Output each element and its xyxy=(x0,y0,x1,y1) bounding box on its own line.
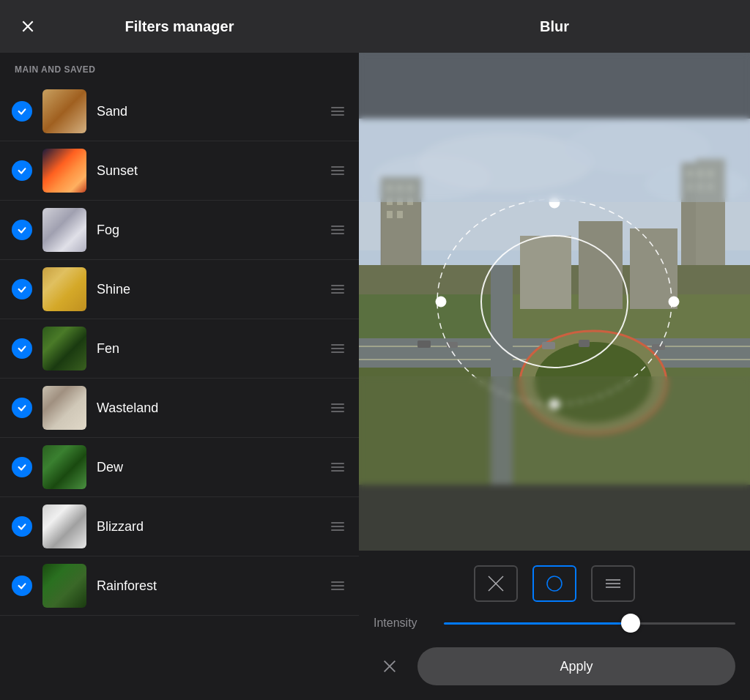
intensity-label: Intensity xyxy=(374,617,432,630)
filter-check-sand[interactable] xyxy=(12,101,32,122)
filter-item-blizzard[interactable]: Blizzard xyxy=(0,497,359,556)
filter-check-wasteland[interactable] xyxy=(12,398,32,418)
apply-button[interactable]: Apply xyxy=(417,647,735,685)
filter-item-shine[interactable]: Shine xyxy=(0,260,359,319)
filter-item-sand[interactable]: Sand xyxy=(0,82,359,141)
blur-type-radial-button[interactable] xyxy=(532,565,576,602)
filter-check-dew[interactable] xyxy=(12,457,32,477)
filter-name-wasteland: Wasteland xyxy=(97,401,328,416)
filters-manager-title: Filters manager xyxy=(125,18,234,35)
drag-handle-blizzard[interactable] xyxy=(328,519,347,534)
drag-handle-fog[interactable] xyxy=(328,223,347,237)
filter-check-fen[interactable] xyxy=(12,338,32,359)
blur-type-buttons xyxy=(374,565,735,602)
svg-rect-43 xyxy=(579,221,623,309)
blur-title: Blur xyxy=(540,18,569,35)
filter-thumb-shine xyxy=(42,267,86,311)
section-label: MAIN AND SAVED xyxy=(0,53,359,82)
intensity-slider[interactable] xyxy=(444,622,735,625)
right-controls: Intensity Apply xyxy=(359,551,750,700)
svg-rect-37 xyxy=(417,340,431,348)
drag-handle-sunset[interactable] xyxy=(328,163,347,178)
right-panel: Blur xyxy=(359,0,750,700)
drag-handle-wasteland[interactable] xyxy=(328,401,347,415)
svg-point-54 xyxy=(547,576,562,591)
filter-check-rainforest[interactable] xyxy=(12,576,32,596)
filter-name-sand: Sand xyxy=(97,104,328,119)
filter-check-fog[interactable] xyxy=(12,220,32,240)
blur-top-overlay xyxy=(359,53,750,202)
blur-type-linear-button[interactable] xyxy=(591,565,635,602)
filter-thumb-fog xyxy=(42,208,86,252)
svg-rect-41 xyxy=(652,344,665,350)
filter-name-blizzard: Blizzard xyxy=(97,519,328,535)
svg-rect-42 xyxy=(520,236,571,309)
filter-list: Sand Sunset xyxy=(0,82,359,700)
blur-cancel-button[interactable] xyxy=(374,650,406,682)
drag-handle-shine[interactable] xyxy=(328,282,347,297)
blur-bottom-overlay xyxy=(359,376,750,551)
filter-thumb-sand xyxy=(42,89,86,133)
filter-item-fen[interactable]: Fen xyxy=(0,319,359,379)
left-panel: Filters manager MAIN AND SAVED Sand xyxy=(0,0,359,700)
filter-name-fen: Fen xyxy=(97,341,328,357)
action-row: Apply xyxy=(374,647,735,685)
filter-item-dew[interactable]: Dew xyxy=(0,438,359,497)
drag-handle-rainforest[interactable] xyxy=(328,578,347,593)
right-header: Blur xyxy=(359,0,750,53)
drag-handle-dew[interactable] xyxy=(328,460,347,474)
svg-rect-38 xyxy=(447,342,458,348)
intensity-row: Intensity xyxy=(374,617,735,630)
filter-thumb-blizzard xyxy=(42,504,86,548)
filter-name-sunset: Sunset xyxy=(97,163,328,179)
svg-rect-39 xyxy=(542,342,555,349)
drag-handle-sand[interactable] xyxy=(328,104,347,119)
filter-item-rainforest[interactable]: Rainforest xyxy=(0,556,359,616)
svg-rect-31 xyxy=(359,294,491,338)
svg-rect-16 xyxy=(387,211,393,218)
filter-check-blizzard[interactable] xyxy=(12,516,32,537)
filter-item-sunset[interactable]: Sunset xyxy=(0,141,359,201)
image-preview xyxy=(359,53,750,551)
filter-thumb-wasteland xyxy=(42,386,86,430)
filter-thumb-sunset xyxy=(42,149,86,193)
filter-thumb-dew xyxy=(42,445,86,489)
left-header: Filters manager xyxy=(0,0,359,53)
blur-type-none-button[interactable] xyxy=(474,565,518,602)
filter-thumb-rainforest xyxy=(42,564,86,608)
filter-name-dew: Dew xyxy=(97,460,328,475)
filter-item-wasteland[interactable]: Wasteland xyxy=(0,379,359,438)
filter-item-fog[interactable]: Fog xyxy=(0,201,359,260)
close-filters-button[interactable] xyxy=(16,15,40,38)
drag-handle-fen[interactable] xyxy=(328,341,347,356)
filter-check-sunset[interactable] xyxy=(12,160,32,181)
svg-rect-17 xyxy=(397,211,403,218)
filter-name-fog: Fog xyxy=(97,223,328,238)
filter-name-rainforest: Rainforest xyxy=(97,578,328,594)
filter-check-shine[interactable] xyxy=(12,279,32,299)
svg-rect-40 xyxy=(579,340,590,347)
filter-thumb-fen xyxy=(42,327,86,371)
svg-rect-44 xyxy=(630,228,677,309)
filter-name-shine: Shine xyxy=(97,282,328,297)
